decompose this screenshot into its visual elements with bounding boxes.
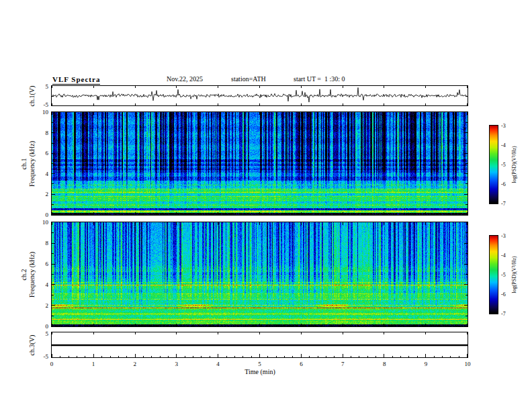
spec2-ytick-label: 2 [46, 302, 49, 309]
ch2-spectrogram-plot [52, 222, 468, 326]
colorbar-1-tick-label: -3 [501, 123, 506, 129]
page-title: VLF Spectra [52, 75, 100, 85]
x-tick-label: 1 [92, 361, 95, 367]
spec2-ytick-label: 0 [46, 323, 49, 330]
x-tick-label: 9 [425, 361, 428, 367]
ch1-waveform-panel [51, 85, 468, 106]
spec2-ytick-label: 8 [46, 240, 49, 246]
wave3-ytick-label: -5 [44, 353, 49, 360]
spec1-ytick-label: 6 [46, 150, 49, 156]
x-tick-label: 7 [341, 361, 345, 367]
vlf-spectra-figure: VLF Spectra Nov.22, 2025 station=ATH sta… [0, 0, 532, 411]
ch2-frequency-ylabel: Frequency (kHz) [28, 252, 36, 298]
ch3-waveform-plot [52, 332, 468, 357]
spec1-ytick-label: 4 [46, 171, 49, 177]
ch3-voltage-ylabel: ch.3(V) [28, 335, 36, 356]
spec1-ytick-label: 2 [46, 191, 49, 197]
colorbar-2-tick-label: -5 [501, 272, 506, 278]
colorbar-1-gradient [490, 126, 498, 203]
ch1-waveform-plot [52, 86, 468, 105]
colorbar-2-tick-label: -3 [501, 233, 506, 239]
x-tick-label: 5 [258, 361, 261, 367]
ch1-voltage-ylabel: ch.1(V) [28, 86, 36, 107]
spec1-ytick-label: 8 [46, 130, 49, 136]
station-label: station=ATH [231, 75, 266, 83]
colorbar-2-label: log(PSD)(V²/Hz) [511, 256, 517, 293]
spec2-ytick-label: 6 [46, 261, 49, 267]
start-ut-label: start UT = 1 :30: 0 [294, 75, 345, 83]
x-axis-label: Time (min) [245, 368, 275, 375]
spec2-ytick-label: 10 [42, 219, 48, 226]
colorbar-2 [489, 235, 498, 314]
ch1-frequency-ylabel: Frequency (kHz) [28, 141, 36, 187]
spec2-ytick-label: 4 [46, 281, 49, 288]
wave3-ytick-label: 5 [46, 330, 49, 337]
wave1-ytick-label: -5 [44, 101, 49, 108]
ch1-channel-label: ch.1 [20, 158, 28, 170]
colorbar-2-tick-label: -7 [501, 311, 506, 317]
colorbar-1 [489, 125, 498, 204]
x-tick-label: 6 [300, 361, 303, 367]
colorbar-1-tick-label: -6 [501, 181, 506, 187]
x-tick-label: 8 [383, 361, 386, 367]
x-tick-label: 0 [50, 361, 54, 367]
ch1-spectrogram-plot [52, 112, 468, 215]
colorbar-1-tick-label: -7 [501, 201, 506, 207]
wave1-ytick-label: 5 [46, 83, 49, 90]
colorbar-2-tick-label: -6 [501, 291, 506, 298]
colorbar-1-tick-label: -4 [501, 142, 506, 148]
ch1-spectrogram-panel [51, 111, 468, 216]
x-tick-label: 4 [216, 361, 220, 367]
colorbar-1-tick-label: -5 [501, 162, 506, 168]
x-tick-label: 3 [175, 361, 178, 367]
spec1-ytick-label: 0 [46, 212, 49, 218]
ch2-spectrogram-panel [51, 222, 468, 327]
ch2-channel-label: ch.2 [20, 269, 28, 281]
date-label: Nov.22, 2025 [167, 75, 203, 83]
colorbar-2-tick-label: -4 [501, 253, 506, 259]
spec1-ytick-label: 10 [42, 109, 48, 116]
ch3-waveform-panel [51, 332, 468, 358]
x-tick-label: 10 [465, 361, 471, 367]
x-tick-label: 2 [134, 361, 137, 367]
colorbar-2-gradient [490, 236, 498, 314]
colorbar-1-label: log(PSD)(V²/Hz) [511, 146, 517, 183]
